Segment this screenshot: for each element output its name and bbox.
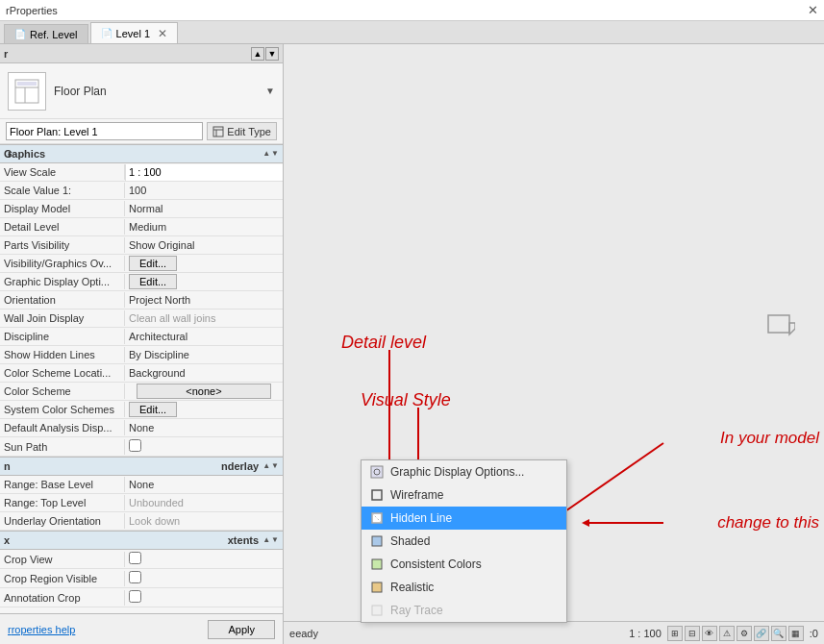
prop-name-show-hidden-lines: Show Hidden Lines	[0, 347, 125, 362]
floor-plan-label: Floor Plan	[54, 85, 258, 98]
table-row: Display Model Normal	[0, 200, 283, 218]
menu-item-shaded[interactable]: Shaded	[362, 530, 566, 553]
underlay-scroll-down[interactable]: ▼	[271, 461, 279, 471]
prop-value-scale-value: 100	[125, 183, 283, 198]
change-to-this-annotation: change to this	[717, 513, 819, 533]
svg-line-12	[562, 443, 663, 513]
tab-ref-level[interactable]: 📄 Ref. Level	[4, 24, 88, 43]
ray-trace-icon	[369, 603, 385, 618]
status-icon-crop[interactable]: ⊟	[685, 626, 700, 641]
prop-name-scale-value: Scale Value 1:	[0, 183, 125, 198]
svg-rect-4	[213, 127, 223, 136]
edit-type-button[interactable]: Edit Type	[207, 122, 277, 140]
prop-name-sys-color-schemes: System Color Schemes	[0, 402, 125, 417]
menu-item-ray-trace-label: Ray Trace	[390, 604, 443, 617]
level-selector-input[interactable]	[6, 122, 203, 140]
prop-value-top-level: Unbounded	[125, 495, 283, 510]
extents-section-header: x xtents ▲ ▼	[0, 531, 283, 550]
prop-value-orientation: Project North	[125, 292, 283, 308]
visibility-graphics-edit-btn[interactable]: Edit...	[129, 256, 177, 271]
svg-rect-7	[768, 315, 789, 333]
prop-value-display-model: Normal	[125, 201, 283, 216]
svg-rect-18	[372, 490, 382, 500]
extents-scroll-down[interactable]: ▼	[271, 535, 279, 545]
annotation-crop-checkbox[interactable]	[129, 590, 141, 603]
prop-name-crop-region-visible: Crop Region Visible	[0, 571, 125, 586]
extents-scroll-up[interactable]: ▲	[262, 535, 270, 545]
prop-value-detail-level: Medium	[125, 219, 283, 235]
tab-level1-close[interactable]: ✕	[158, 27, 167, 40]
menu-item-wireframe[interactable]: Wireframe	[362, 483, 566, 507]
sun-path-checkbox[interactable]	[129, 439, 141, 452]
scroll-up-btn[interactable]: ▲	[251, 47, 264, 61]
table-row: Range: Top Level Unbounded	[0, 494, 283, 512]
extents-label2: xtents	[228, 534, 259, 546]
status-bar: e eady 1 : 100 ⊞ ⊟ 👁 ⚠ ⚙ 🔗 🔍 ▦ :0	[284, 621, 824, 644]
graphics-scroll-up[interactable]: ▲	[262, 149, 270, 159]
hidden-line-icon	[369, 510, 385, 526]
graphics-section-label: raphics	[8, 148, 45, 160]
table-row: Range: Base Level None	[0, 476, 283, 494]
prop-value-default-analysis: None	[125, 420, 283, 435]
table-row: Discipline Architectural	[0, 328, 283, 346]
floor-plan-icon	[8, 72, 46, 111]
status-icon-grid[interactable]: ⊞	[667, 626, 683, 641]
wireframe-icon	[369, 487, 385, 503]
sys-color-schemes-btn[interactable]: Edit...	[129, 402, 177, 417]
floor-plan-dropdown-arrow[interactable]: ▼	[265, 86, 275, 96]
crop-view-checkbox[interactable]	[129, 552, 141, 564]
prop-value-underlay-orientation: Look down	[125, 513, 283, 529]
menu-item-hidden-line[interactable]: Hidden Line	[362, 507, 566, 530]
graphics-scroll-down[interactable]: ▼	[271, 149, 279, 159]
view-scale-input[interactable]	[125, 164, 283, 181]
table-row: Graphic Display Opti... Edit...	[0, 273, 283, 291]
status-icon-model[interactable]: ▦	[788, 626, 804, 641]
status-icon-eye[interactable]: 👁	[702, 626, 717, 641]
prop-name-discipline: Discipline	[0, 329, 125, 344]
prop-value-show-hidden-lines: By Discipline	[125, 347, 283, 362]
prop-value-parts-visibility: Show Original	[125, 237, 283, 253]
table-row: Crop Region Visible	[0, 569, 283, 588]
tab-level1[interactable]: 📄 Level 1 ✕	[90, 22, 178, 43]
status-icon-settings[interactable]: ⚙	[737, 626, 752, 641]
panel-title-main: Properties	[10, 5, 58, 16]
table-row: Default Analysis Disp... None	[0, 419, 283, 437]
menu-item-graphic-display[interactable]: Graphic Display Options...	[362, 460, 566, 483]
dropdown-menu: Graphic Display Options... Wireframe Hid…	[361, 459, 567, 623]
properties-help-link[interactable]: roperties help	[12, 624, 76, 635]
prop-name-orientation: Orientation	[0, 292, 125, 308]
svg-rect-3	[17, 82, 37, 86]
prop-name-detail-level: Detail Level	[0, 219, 125, 235]
status-icon-warning[interactable]: ⚠	[719, 626, 735, 641]
status-ready-text: eady	[295, 628, 629, 639]
menu-item-shaded-label: Shaded	[390, 534, 430, 548]
table-row: View Scale	[0, 163, 283, 182]
right-panel: Detail level Visual Style In your model …	[284, 44, 824, 644]
crop-region-visible-checkbox[interactable]	[129, 571, 141, 583]
close-button[interactable]: ✕	[808, 3, 818, 17]
prop-name-top-level: Range: Top Level	[0, 495, 125, 510]
apply-button[interactable]: Apply	[208, 620, 275, 639]
prop-value-color-scheme-loc: Background	[125, 365, 283, 381]
status-icon-zoom[interactable]: 🔍	[771, 626, 787, 641]
menu-item-hidden-line-label: Hidden Line	[390, 511, 452, 525]
svg-rect-24	[372, 606, 382, 615]
menu-item-consistent-colors[interactable]: Consistent Colors	[362, 553, 566, 576]
underlay-section-header: n nderlay ▲ ▼	[0, 457, 283, 476]
scroll-down-btn[interactable]: ▼	[265, 47, 279, 61]
menu-item-realistic[interactable]: Realistic	[362, 576, 566, 599]
prop-name-visibility-graphics: Visibility/Graphics Ov...	[0, 256, 125, 271]
visual-style-annotation: Visual Style	[361, 390, 451, 410]
edit-type-label: Edit Type	[227, 126, 271, 137]
color-scheme-btn[interactable]: <none>	[137, 384, 271, 399]
table-row: Scale Value 1: 100	[0, 182, 283, 200]
graphic-display-edit-btn[interactable]: Edit...	[129, 274, 177, 289]
menu-item-graphic-display-label: Graphic Display Options...	[390, 465, 524, 479]
table-row: Wall Join Display Clean all wall joins	[0, 310, 283, 328]
svg-rect-21	[372, 536, 382, 546]
menu-item-realistic-label: Realistic	[390, 581, 434, 594]
status-scale-text: 1 : 100	[629, 628, 662, 639]
underlay-scroll-up[interactable]: ▲	[262, 461, 270, 471]
table-row: Detail Level Medium	[0, 218, 283, 236]
status-icon-link[interactable]: 🔗	[754, 626, 769, 641]
